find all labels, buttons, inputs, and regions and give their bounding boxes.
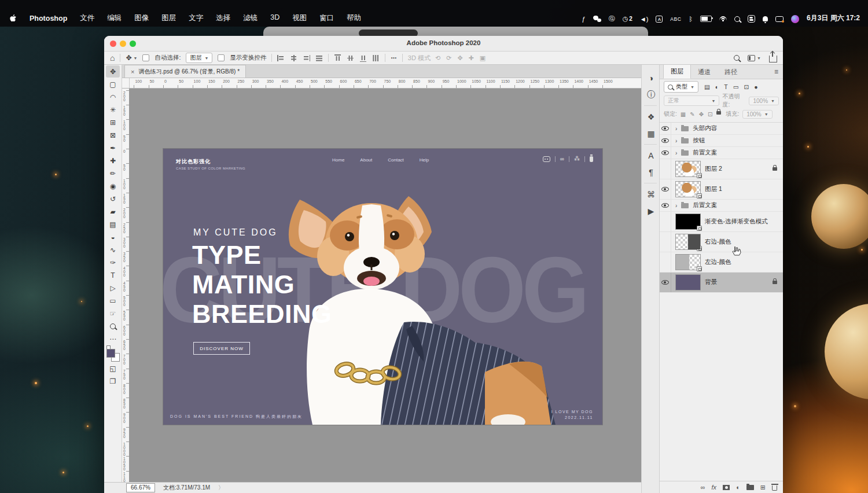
- menu-item-0[interactable]: 文件: [80, 13, 94, 23]
- filter-pin-icon[interactable]: ●: [754, 83, 757, 90]
- menu-item-2[interactable]: 图像: [134, 13, 149, 23]
- layer-name[interactable]: 按钮: [693, 137, 783, 145]
- layer-row-9[interactable]: 背景: [660, 273, 783, 293]
- notification-icon[interactable]: [763, 16, 768, 21]
- zoom-level-field[interactable]: 66.67%: [126, 483, 155, 492]
- wifi-icon[interactable]: [719, 16, 727, 22]
- patterns-icon[interactable]: ▦: [642, 125, 660, 142]
- layer-name[interactable]: 后置文案: [693, 201, 783, 209]
- filter-adjustment-icon[interactable]: ◐: [715, 83, 719, 90]
- layer-style-icon[interactable]: fx: [712, 484, 717, 491]
- tab-paths[interactable]: 路径: [718, 65, 744, 79]
- more-align-options-icon[interactable]: ⋯: [391, 54, 397, 61]
- menu-item-1[interactable]: 编辑: [107, 13, 122, 23]
- zoom-tool[interactable]: [106, 320, 120, 332]
- glyphs-icon[interactable]: ⌘: [642, 186, 660, 203]
- filter-type-dropdown[interactable]: 类型 ▼: [664, 81, 698, 93]
- layer-row-3[interactable]: 图层 2: [660, 159, 783, 179]
- layer-row-1[interactable]: ›按钮: [660, 135, 783, 147]
- fn-icon[interactable]: ƒ: [582, 16, 586, 23]
- actions-icon[interactable]: ▶: [642, 203, 660, 219]
- filter-shape-icon[interactable]: ▭: [733, 83, 739, 90]
- layer-name[interactable]: 图层 1: [705, 185, 783, 193]
- poster-artwork[interactable]: CUTE DOG: [163, 149, 602, 425]
- layer-visibility-toggle[interactable]: [660, 159, 671, 179]
- menu-item-9[interactable]: 窗口: [319, 13, 334, 23]
- type-tool[interactable]: T: [106, 269, 120, 281]
- search-icon[interactable]: [734, 16, 740, 22]
- layer-name[interactable]: 左边-颜色: [705, 258, 783, 266]
- link-layers-icon[interactable]: ∞: [701, 484, 705, 491]
- layer-visibility-toggle[interactable]: [660, 147, 671, 159]
- status-chevron[interactable]: 〉: [218, 484, 224, 492]
- chevron-right-icon[interactable]: ›: [675, 150, 677, 156]
- menu-item-10[interactable]: 帮助: [347, 13, 361, 23]
- lock-transparency-icon[interactable]: ▦: [681, 111, 686, 117]
- chevron-right-icon[interactable]: ›: [675, 126, 677, 132]
- layer-row-2[interactable]: ›前置文案: [660, 147, 783, 159]
- eyedropper-tool[interactable]: ✒: [106, 142, 120, 154]
- healing-brush-tool[interactable]: ✚: [106, 154, 120, 167]
- layer-row-5[interactable]: ›后置文案: [660, 200, 783, 212]
- layer-row-0[interactable]: ›头部内容: [660, 123, 783, 135]
- marquee-tool[interactable]: ▢: [106, 78, 120, 90]
- auto-select-dropdown[interactable]: 图层▼: [186, 53, 212, 63]
- hand-tool[interactable]: ☞: [106, 307, 120, 319]
- edit-toolbar[interactable]: ⋯: [106, 333, 120, 345]
- layer-visibility-toggle[interactable]: [660, 200, 671, 211]
- wechat-icon[interactable]: [593, 16, 601, 22]
- menu-item-8[interactable]: 视图: [292, 13, 307, 23]
- battery-icon[interactable]: [700, 16, 712, 22]
- layer-thumbnail[interactable]: [675, 254, 701, 270]
- screen-time-icon[interactable]: ◷2: [623, 15, 632, 23]
- quick-mask-tool[interactable]: ◱: [106, 362, 120, 374]
- align-middle-icon[interactable]: [347, 54, 354, 62]
- filter-pixel-icon[interactable]: ▤: [704, 83, 710, 90]
- blend-mode-dropdown[interactable]: 正常▼: [664, 95, 719, 106]
- document-tab[interactable]: × 调色练习.psd @ 66.7% (背景, RGB/8) *: [124, 65, 246, 78]
- lasso-tool[interactable]: ◠: [106, 91, 120, 103]
- swatches-icon[interactable]: ❖: [642, 108, 660, 125]
- new-layer-icon[interactable]: ⊞: [760, 484, 766, 491]
- align-center-h-icon[interactable]: [290, 55, 297, 61]
- apple-menu-icon[interactable]: [9, 14, 17, 23]
- menu-item-6[interactable]: 滤镜: [243, 13, 258, 23]
- filter-smartobject-icon[interactable]: ⊡: [744, 83, 749, 90]
- shape-tool[interactable]: ▭: [106, 295, 120, 307]
- character-icon[interactable]: A: [642, 147, 660, 164]
- paragraph-icon[interactable]: ¶: [642, 164, 660, 181]
- show-transform-checkbox[interactable]: [218, 54, 225, 61]
- frame-tool[interactable]: ⊠: [106, 129, 120, 141]
- layer-visibility-toggle[interactable]: [660, 135, 671, 146]
- move-tool[interactable]: ✥: [106, 65, 120, 78]
- layer-thumbnail[interactable]: [675, 161, 701, 177]
- bluetooth-icon[interactable]: ᛒ: [689, 16, 693, 23]
- new-group-icon[interactable]: [746, 485, 754, 490]
- menu-item-3[interactable]: 图层: [161, 13, 176, 23]
- layer-name[interactable]: 背景: [705, 278, 768, 286]
- magic-wand-tool[interactable]: ✳: [106, 104, 120, 116]
- auto-select-checkbox[interactable]: [142, 54, 149, 61]
- chevron-right-icon[interactable]: ›: [675, 203, 677, 209]
- align-bottom-icon[interactable]: [360, 54, 366, 62]
- align-left-icon[interactable]: [277, 55, 285, 61]
- menubar-app-name[interactable]: Photoshop: [30, 14, 67, 23]
- workspace-switcher[interactable]: ▼: [748, 55, 761, 61]
- delete-layer-icon[interactable]: [772, 485, 777, 491]
- panel-menu-icon[interactable]: ≡: [774, 68, 778, 76]
- share-icon[interactable]: [769, 56, 777, 62]
- input-method-icon[interactable]: Ⓖ: [609, 14, 615, 23]
- layer-row-6[interactable]: 渐变色-选择渐变色模式: [660, 212, 783, 232]
- tab-layers[interactable]: 图层: [663, 64, 691, 79]
- gradient-tool[interactable]: ▤: [106, 218, 120, 230]
- pen-tool[interactable]: ✑: [106, 256, 120, 268]
- align-right-icon[interactable]: [303, 55, 310, 61]
- window-titlebar[interactable]: Adobe Photoshop 2020: [104, 36, 783, 51]
- fill-dropdown[interactable]: 100%▼: [742, 110, 773, 119]
- smudge-tool[interactable]: ∿: [106, 244, 120, 256]
- display-icon[interactable]: [775, 16, 784, 22]
- layer-name[interactable]: 右边-颜色: [705, 238, 783, 246]
- keyboard-input-icon[interactable]: A: [656, 16, 663, 23]
- siri-icon[interactable]: [791, 15, 799, 23]
- canvas[interactable]: CUTE DOG: [129, 89, 641, 482]
